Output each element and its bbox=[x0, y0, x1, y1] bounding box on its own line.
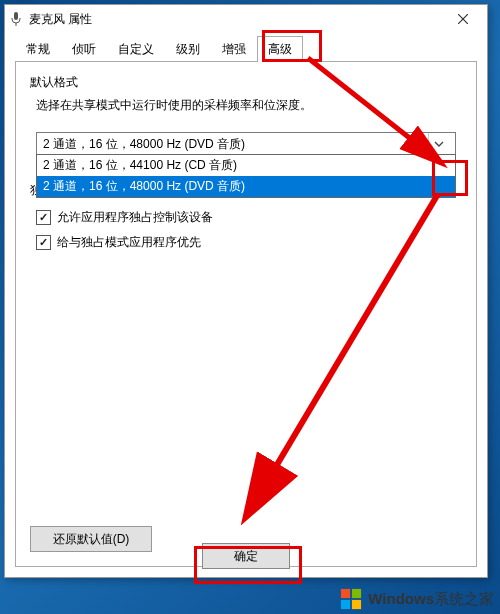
svg-rect-0 bbox=[14, 12, 18, 20]
group-default-format-label: 默认格式 bbox=[30, 74, 462, 91]
dialog-buttons: 确定 bbox=[5, 543, 487, 569]
windows-logo-icon bbox=[340, 588, 362, 610]
tab-general[interactable]: 常规 bbox=[15, 36, 61, 62]
sample-format-value: 2 通道，16 位，48000 Hz (DVD 音质) bbox=[43, 136, 428, 153]
option-48000[interactable]: 2 通道，16 位，48000 Hz (DVD 音质) bbox=[37, 176, 455, 197]
svg-rect-8 bbox=[341, 600, 350, 609]
tab-advanced[interactable]: 高级 bbox=[257, 36, 303, 62]
tab-page-advanced: 默认格式 选择在共享模式中运行时使用的采样频率和位深度。 2 通道，16 位，4… bbox=[15, 61, 477, 567]
checkbox-exclusive-priority-label: 给与独占模式应用程序优先 bbox=[57, 234, 201, 251]
group-default-format-desc: 选择在共享模式中运行时使用的采样频率和位深度。 bbox=[36, 97, 462, 114]
sample-format-dropdown: 2 通道，16 位，44100 Hz (CD 音质) 2 通道，16 位，480… bbox=[36, 154, 456, 198]
checkbox-allow-exclusive[interactable]: 允许应用程序独占控制该设备 bbox=[36, 209, 462, 226]
tab-custom[interactable]: 自定义 bbox=[107, 36, 165, 62]
microphone-icon bbox=[9, 12, 23, 26]
window-title: 麦克风 属性 bbox=[29, 11, 443, 28]
watermark-site: 系统之家 bbox=[434, 590, 494, 607]
microphone-properties-dialog: 麦克风 属性 常规 侦听 自定义 级别 增强 高级 默认格式 选择在共享模式中运… bbox=[4, 4, 488, 578]
tab-enhance[interactable]: 增强 bbox=[211, 36, 257, 62]
svg-rect-6 bbox=[341, 589, 350, 598]
watermark-text: Windows系统之家 bbox=[368, 590, 494, 609]
option-44100[interactable]: 2 通道，16 位，44100 Hz (CD 音质) bbox=[37, 155, 455, 176]
tab-bar: 常规 侦听 自定义 级别 增强 高级 bbox=[5, 35, 487, 61]
checkbox-exclusive-priority[interactable]: 给与独占模式应用程序优先 bbox=[36, 234, 462, 251]
watermark-brand: Windows bbox=[368, 590, 434, 607]
svg-rect-9 bbox=[352, 600, 361, 609]
chevron-down-icon[interactable] bbox=[428, 133, 449, 155]
watermark: Windows系统之家 bbox=[340, 588, 494, 610]
tab-listen[interactable]: 侦听 bbox=[61, 36, 107, 62]
svg-rect-7 bbox=[352, 589, 361, 598]
checkbox-allow-exclusive-label: 允许应用程序独占控制该设备 bbox=[57, 209, 213, 226]
sample-format-select[interactable]: 2 通道，16 位，48000 Hz (DVD 音质) bbox=[36, 132, 456, 156]
titlebar: 麦克风 属性 bbox=[5, 5, 487, 33]
close-button[interactable] bbox=[443, 5, 483, 33]
tab-levels[interactable]: 级别 bbox=[165, 36, 211, 62]
ok-button[interactable]: 确定 bbox=[202, 543, 290, 569]
checkbox-icon bbox=[36, 235, 51, 250]
checkbox-icon bbox=[36, 210, 51, 225]
